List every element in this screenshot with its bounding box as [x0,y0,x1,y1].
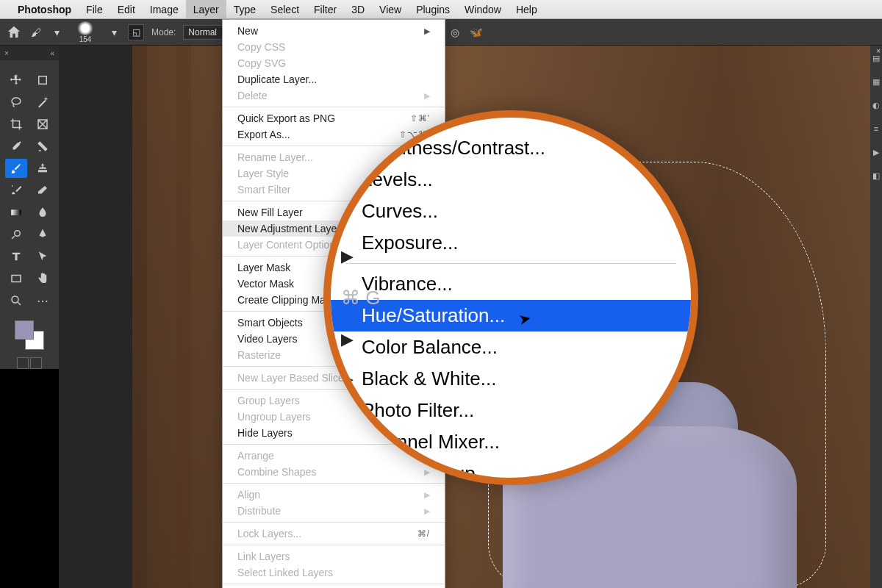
gradient-tool[interactable] [5,203,27,222]
menu-layer[interactable]: Layer [186,0,226,18]
menu-separator [223,584,445,584]
menu-item-new[interactable]: New▶ [223,23,445,39]
svg-point-1 [12,98,21,104]
chevron-right-icon: ▶ [424,506,430,516]
close-icon[interactable]: × [4,49,9,57]
close-icon[interactable]: × [876,47,881,55]
magic-wand-tool[interactable] [32,93,54,112]
menu-item-link-layers: Link Layers [223,548,445,564]
menu-item-lock-layers: Lock Layers...⌘/ [223,526,445,542]
menu-help[interactable]: Help [509,0,545,18]
menu-item-copy-css: Copy CSS [223,39,445,55]
mode-label: Mode: [151,27,176,37]
properties-panel-icon[interactable]: ◧ [871,171,881,181]
eyedropper-tool[interactable] [5,137,27,156]
dodge-tool[interactable] [5,225,27,244]
adjustment-layer-submenu[interactable]: Brightness/Contrast...Levels...Curves...… [331,118,691,478]
chevron-right-icon: ▶ [424,26,430,36]
pen-tool[interactable] [32,225,54,244]
submenu-item-hue-saturation[interactable]: Hue/Saturation... [331,300,691,331]
submenu-item-vibrance[interactable]: Vibrance... [331,268,691,300]
history-panel-icon[interactable]: ▶ [871,147,881,157]
submenu-item-color-balance[interactable]: Color Balance... [331,331,691,363]
chevron-down-icon[interactable]: ▾ [50,26,63,39]
layers-panel-icon[interactable]: ≡ [871,123,881,134]
submenu-item-exposure[interactable]: Exposure... [331,227,691,259]
type-tool[interactable] [5,247,27,266]
menu-item-combine-shapes: Combine Shapes▶ [223,464,445,480]
hand-tool[interactable] [32,269,54,288]
submenu-item-black-white[interactable]: Black & White... [331,363,691,395]
healing-brush-tool[interactable] [32,137,54,156]
submenu-separator [345,263,676,264]
submenu-item-levels[interactable]: Levels... [331,164,691,196]
menu-item-duplicate-layer[interactable]: Duplicate Layer... [223,71,445,87]
quickmask-icon[interactable] [17,357,29,369]
chevron-right-icon: ▶ [424,490,430,500]
screenmode-icon[interactable] [30,357,42,369]
menu-select[interactable]: Select [263,0,306,18]
foreground-color-swatch[interactable] [15,320,34,340]
menu-edit[interactable]: Edit [110,0,143,18]
color-swatches[interactable] [15,320,44,350]
zoom-tool[interactable] [5,291,27,310]
tools-panel: ×« ⋯ [0,46,59,369]
edit-toolbar[interactable]: ⋯ [32,291,54,310]
menu-item-copy-svg: Copy SVG [223,55,445,71]
lasso-tool[interactable] [5,93,27,112]
swatches-panel-icon[interactable]: ▦ [871,76,881,87]
submenu-item-curves[interactable]: Curves... [331,196,691,227]
menu-separator [223,522,445,523]
adjustments-panel-icon[interactable]: ◐ [871,100,881,110]
butterfly-icon[interactable]: 🦋 [469,26,482,39]
home-icon[interactable] [6,24,22,40]
tools-panel-header: ×« [0,46,59,60]
menu-file[interactable]: File [79,0,110,18]
menu-image[interactable]: Image [143,0,186,18]
crop-tool[interactable] [5,115,27,134]
menu-filter[interactable]: Filter [306,0,344,18]
mac-menubar: Photoshop FileEditImageLayerTypeSelectFi… [0,0,882,19]
history-brush-tool[interactable] [5,181,27,200]
menu-separator [223,483,445,484]
eraser-tool[interactable] [32,181,54,200]
chevron-right-icon: ▶ [341,330,380,349]
collapse-icon[interactable]: « [50,49,54,57]
brush-size-value: 154 [79,35,92,43]
brush-preset-picker[interactable]: 154 [71,21,100,43]
menu-item-delete: Delete▶ [223,87,445,104]
rectangle-tool[interactable] [5,269,27,288]
menu-3d[interactable]: 3D [344,0,372,18]
brush-preview-dot [76,21,94,35]
chevron-right-icon: ▶ [341,247,380,266]
menu-item-distribute: Distribute▶ [223,503,445,519]
menu-window[interactable]: Window [457,0,509,18]
menu-separator [223,545,445,545]
app-name[interactable]: Photoshop [18,4,71,15]
workspace-gutter [59,46,132,588]
menu-item-quick-export-as-png[interactable]: Quick Export as PNG⇧⌘' [223,110,445,126]
menu-separator [223,107,445,107]
path-selection-tool[interactable] [32,247,54,266]
blur-tool[interactable] [32,203,54,222]
menu-plugins[interactable]: Plugins [409,0,457,18]
chevron-down-icon[interactable]: ▾ [107,26,121,39]
brush-tool[interactable] [5,159,27,178]
menu-type[interactable]: Type [226,0,263,18]
symmetry-target-icon[interactable]: ◎ [448,26,462,39]
brush-tool-icon[interactable]: 🖌 [29,26,43,39]
menu-view[interactable]: View [372,0,409,18]
magnifier-overlay: Brightness/Contrast...Levels...Curves...… [323,110,698,485]
submenu-item-photo-filter[interactable]: Photo Filter... [331,395,691,426]
menu-item-select-linked-layers: Select Linked Layers [223,564,445,581]
chevron-right-icon: ▶ [424,467,430,477]
clone-stamp-tool[interactable] [32,159,54,178]
svg-point-6 [12,296,18,303]
brush-panel-toggle-icon[interactable]: ◱ [128,24,144,40]
right-panel-strip: × ▤ ▦ ◐ ≡ ▶ ◧ [870,46,882,588]
frame-tool[interactable] [32,115,54,134]
move-tool[interactable] [5,71,27,90]
screen-mode-row [17,357,42,369]
svg-rect-5 [12,276,21,282]
artboard-tool[interactable] [32,71,54,90]
